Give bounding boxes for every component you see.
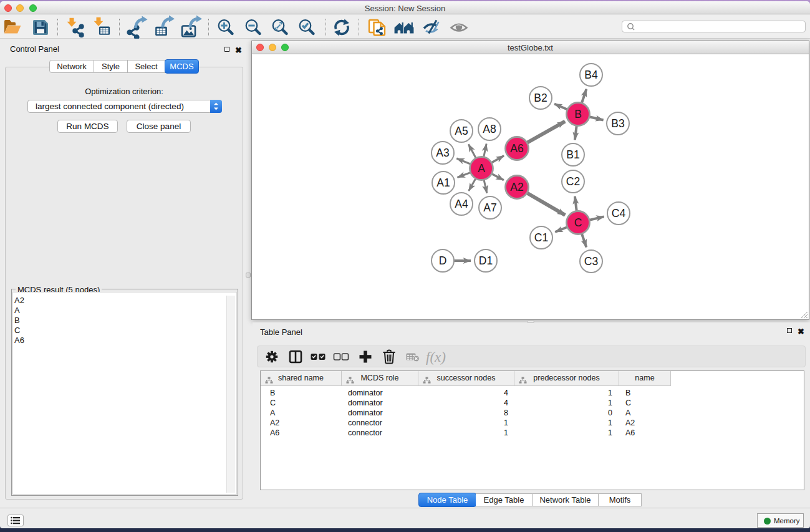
svg-text:C3: C3: [584, 255, 598, 268]
svg-text:C2: C2: [566, 175, 580, 188]
svg-text:A3: A3: [436, 147, 449, 159]
svg-text:A2: A2: [510, 181, 523, 193]
svg-text:A6: A6: [510, 142, 523, 155]
svg-text:A7: A7: [483, 201, 496, 214]
svg-text:D: D: [439, 254, 447, 267]
svg-text:B4: B4: [584, 69, 598, 81]
svg-text:B: B: [574, 108, 582, 120]
svg-text:B2: B2: [534, 92, 547, 104]
svg-text:C1: C1: [534, 231, 548, 244]
svg-text:A8: A8: [483, 123, 496, 135]
svg-text:B3: B3: [611, 117, 624, 130]
svg-text:A: A: [478, 162, 485, 175]
svg-text:A5: A5: [455, 125, 468, 137]
svg-text:A1: A1: [436, 177, 450, 189]
svg-text:B1: B1: [566, 148, 579, 161]
svg-text:C4: C4: [612, 207, 626, 220]
svg-text:D1: D1: [479, 254, 493, 267]
svg-text:C: C: [574, 216, 582, 229]
svg-text:A4: A4: [455, 198, 468, 210]
svg-text:f(x): f(x): [426, 349, 446, 365]
